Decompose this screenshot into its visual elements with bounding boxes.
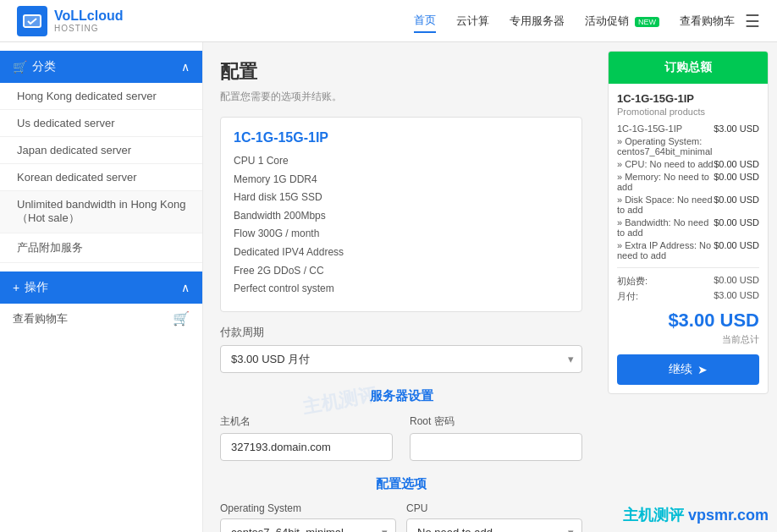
setup-fee-label: 初始费: [617, 275, 648, 288]
content-inner: 配置 配置您需要的选项并结账。 1C-1G-15G-1IP CPU 1 Core… [220, 59, 582, 532]
plus-icon: + [13, 281, 19, 294]
setup-fee-row: 初始费: $0.00 USD [617, 275, 759, 288]
order-line-price-2: $0.00 USD [714, 159, 759, 169]
order-line-price-3: $0.00 USD [714, 172, 759, 192]
order-line-2: » CPU: No need to add $0.00 USD [617, 159, 759, 169]
spec-bandwidth: Bandwidth 200Mbps [234, 207, 569, 226]
server-settings-row: 主机名 Root 密码 [220, 414, 582, 461]
sidebar-item-unlimited[interactable]: Unlimited bandwidth in Hong Kong（Hot sal… [0, 191, 202, 233]
main-layout: 🛒 分类 ∧ Hong Kong dedicated server Us ded… [0, 42, 777, 532]
sidebar-item-hk[interactable]: Hong Kong dedicated server [0, 83, 202, 110]
nav-home[interactable]: 首页 [414, 9, 436, 33]
product-card: 1C-1G-15G-1IP CPU 1 Core Memory 1G DDR4 … [220, 117, 582, 312]
root-pwd-group: Root 密码 [410, 414, 582, 461]
payment-period-label: 付款周期 [220, 325, 582, 340]
root-pwd-input[interactable] [410, 433, 582, 461]
order-total: $3.00 USD [617, 310, 759, 332]
ops-chevron-icon: ∧ [181, 281, 190, 294]
page-title: 配置 [220, 59, 582, 85]
order-line-price-6: $0.00 USD [714, 240, 759, 261]
server-settings-title: 服务器设置 [220, 388, 582, 404]
order-line-price-0: $3.00 USD [714, 123, 759, 134]
hostname-input[interactable] [220, 433, 393, 461]
order-summary-header: 订购总额 [609, 52, 768, 84]
spec-memory: Memory 1G DDR4 [234, 171, 569, 189]
monthly-value: $3.00 USD [714, 290, 759, 303]
order-line-label-0: 1C-1G-15G-1IP [617, 123, 682, 134]
logo-icon [17, 6, 47, 36]
sidebar-item-kr[interactable]: Korean dedicated server [0, 164, 202, 191]
nav-dedicated[interactable]: 专用服务器 [510, 10, 565, 32]
sidebar: 🛒 分类 ∧ Hong Kong dedicated server Us ded… [0, 42, 203, 532]
order-line-label-5: » Bandwidth: No need to add [617, 217, 714, 238]
nav-cart[interactable]: 查看购物车 [680, 10, 735, 32]
category-header[interactable]: 🛒 分类 ∧ [0, 51, 202, 83]
os-config: Operating System centos7_64bit_minimal [220, 502, 396, 532]
order-product-name: 1C-1G-15G-1IP [617, 92, 759, 105]
cpu-select[interactable]: No need to add [406, 518, 582, 532]
hostname-group: 主机名 [220, 414, 393, 461]
os-label: Operating System [220, 502, 396, 514]
hamburger-icon[interactable]: ☰ [745, 11, 760, 31]
continue-arrow-icon: ➤ [697, 363, 708, 376]
product-name: 1C-1G-15G-1IP [234, 130, 569, 145]
spec-ddos: Free 2G DDoS / CC [234, 262, 569, 281]
order-total-label: 当前总计 [617, 333, 759, 346]
brand-name: VoLLcloud [54, 8, 123, 24]
page-subtitle: 配置您需要的选项并结账。 [220, 90, 582, 104]
order-line-4: » Disk Space: No need to add $0.00 USD [617, 195, 759, 215]
continue-label: 继续 [669, 362, 692, 377]
spec-disk: Hard disk 15G SSD [234, 189, 569, 207]
order-product-type: Promotional products [617, 107, 759, 117]
sidebar-cart-icon: 🛒 [173, 310, 190, 326]
cpu-label: CPU [406, 502, 582, 514]
order-line-1: » Operating System: centos7_64bit_minima… [617, 136, 759, 156]
continue-button[interactable]: 继续 ➤ [617, 354, 759, 385]
product-specs: CPU 1 Core Memory 1G DDR4 Hard disk 15G … [234, 152, 569, 299]
sidebar-item-addons[interactable]: 产品附加服务 [0, 233, 202, 263]
cart-sidebar-icon: 🛒 [13, 60, 27, 74]
order-line-5: » Bandwidth: No need to add $0.00 USD [617, 217, 759, 238]
right-panel: 订购总额 1C-1G-15G-1IP Promotional products … [599, 42, 777, 532]
category-chevron-icon: ∧ [181, 60, 190, 74]
logo-text: VoLLcloud HOSTING [54, 8, 123, 33]
sidebar-item-us[interactable]: Us dedicated server [0, 110, 202, 137]
ops-header[interactable]: + 操作 ∧ [0, 271, 202, 304]
os-select[interactable]: centos7_64bit_minimal [220, 518, 396, 532]
order-line-label-1: » Operating System: centos7_64bit_minima… [617, 136, 759, 156]
main-nav: 首页 云计算 专用服务器 活动促销 NEW 查看购物车 [414, 9, 735, 33]
order-line-0: 1C-1G-15G-1IP $3.00 USD [617, 123, 759, 134]
new-badge: NEW [635, 17, 659, 27]
brand-sub: HOSTING [54, 24, 123, 33]
monthly-label: 月付: [617, 290, 638, 303]
spec-flow: Flow 300G / month [234, 225, 569, 244]
order-line-label-2: » CPU: No need to add [617, 159, 714, 169]
sidebar-item-jp[interactable]: Japan dedicated server [0, 137, 202, 164]
config-options-title: 配置选项 [220, 476, 582, 492]
spec-control: Perfect control system [234, 280, 569, 299]
order-line-price-5: $0.00 USD [714, 217, 759, 238]
spec-ip: Dedicated IPV4 Address [234, 244, 569, 262]
header: VoLLcloud HOSTING 首页 云计算 专用服务器 活动促销 NEW … [0, 0, 777, 42]
content-area: VPSMR.COM 主机测评 主机测评 配置 配置您需要的选项并结账。 1C-1… [203, 42, 599, 532]
sidebar-cart-row[interactable]: 查看购物车 🛒 [0, 304, 202, 333]
config-grid: Operating System centos7_64bit_minimal C… [220, 502, 582, 532]
order-line-label-4: » Disk Space: No need to add [617, 195, 714, 215]
monthly-row: 月付: $3.00 USD [617, 290, 759, 303]
category-label: 分类 [32, 59, 56, 74]
order-line-6: » Extra IP Address: No need to add $0.00… [617, 240, 759, 261]
payment-period-select[interactable]: $3.00 USD 月付 [220, 345, 582, 373]
ops-label: 操作 [25, 280, 48, 295]
order-summary: 订购总额 1C-1G-15G-1IP Promotional products … [608, 51, 769, 394]
payment-period-wrap: $3.00 USD 月付 [220, 345, 582, 373]
sidebar-cart-label: 查看购物车 [13, 311, 68, 326]
nav-promotion[interactable]: 活动促销 NEW [585, 10, 659, 32]
nav-cloud[interactable]: 云计算 [456, 10, 489, 32]
order-line-price-4: $0.00 USD [714, 195, 759, 215]
order-divider [617, 267, 759, 268]
logo: VoLLcloud HOSTING [17, 6, 123, 36]
order-summary-body: 1C-1G-15G-1IP Promotional products 1C-1G… [609, 84, 768, 393]
spec-cpu: CPU 1 Core [234, 152, 569, 171]
order-line-label-6: » Extra IP Address: No need to add [617, 240, 714, 261]
order-line-label-3: » Memory: No need to add [617, 172, 714, 192]
